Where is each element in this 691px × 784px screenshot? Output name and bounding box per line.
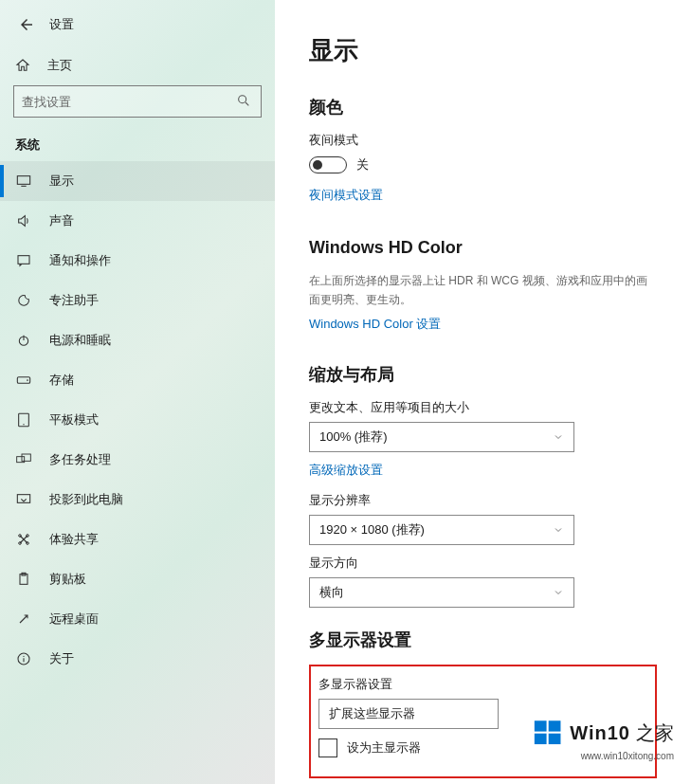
sidebar-item-display[interactable]: 显示 <box>0 161 275 201</box>
content-area: 显示 颜色 夜间模式 关 夜间模式设置 Windows HD Color 在上面… <box>275 0 691 784</box>
sound-icon <box>15 213 32 228</box>
home-link[interactable]: 主页 <box>0 49 275 83</box>
multitask-icon <box>15 453 32 466</box>
night-mode-toggle-row: 关 <box>309 156 657 173</box>
multi-display-value: 扩展这些显示器 <box>329 705 415 722</box>
sidebar-item-multitask[interactable]: 多任务处理 <box>0 440 275 480</box>
svg-point-10 <box>23 424 24 425</box>
night-mode-label: 夜间模式 <box>309 132 657 149</box>
svg-rect-26 <box>549 734 561 744</box>
home-label: 主页 <box>47 57 72 74</box>
sidebar-item-notifications[interactable]: 通知和操作 <box>0 241 275 281</box>
sidebar-item-label: 专注助手 <box>49 292 99 309</box>
sidebar-item-label: 声音 <box>49 212 74 229</box>
focus-icon <box>15 293 32 308</box>
sidebar-item-label: 剪贴板 <box>49 571 86 588</box>
power-icon <box>15 333 32 348</box>
scale-value: 100% (推荐) <box>319 428 388 446</box>
multi-display-dropdown[interactable]: 扩展这些显示器 <box>318 699 499 729</box>
svg-rect-25 <box>535 734 547 744</box>
sidebar-item-label: 平板模式 <box>49 411 99 428</box>
remote-icon <box>15 611 32 627</box>
svg-point-0 <box>239 96 246 103</box>
storage-icon <box>15 374 32 386</box>
svg-rect-23 <box>535 720 547 731</box>
sidebar-item-clipboard[interactable]: 剪贴板 <box>0 559 275 599</box>
category-label: 系统 <box>0 133 275 161</box>
night-mode-settings-link[interactable]: 夜间模式设置 <box>309 187 657 204</box>
resolution-value: 1920 × 1080 (推荐) <box>319 521 425 538</box>
display-icon <box>15 174 32 188</box>
svg-rect-12 <box>22 454 30 461</box>
color-heading: 颜色 <box>309 96 657 119</box>
page-title: 显示 <box>309 34 657 67</box>
sidebar-item-tablet[interactable]: 平板模式 <box>0 400 275 440</box>
back-arrow-icon <box>18 16 35 33</box>
resolution-dropdown[interactable]: 1920 × 1080 (推荐) <box>309 515 574 545</box>
scale-dropdown[interactable]: 100% (推荐) <box>309 422 574 452</box>
multi-label: 多显示器设置 <box>318 676 647 693</box>
sidebar-item-power[interactable]: 电源和睡眠 <box>0 320 275 360</box>
primary-display-checkbox[interactable] <box>318 738 337 757</box>
svg-point-22 <box>23 656 24 657</box>
svg-rect-24 <box>549 720 561 731</box>
sidebar-item-share[interactable]: 体验共享 <box>0 520 275 559</box>
sidebar-item-label: 多任务处理 <box>49 451 111 468</box>
night-mode-state: 关 <box>356 156 369 173</box>
notification-icon <box>15 253 32 268</box>
share-icon <box>15 532 32 547</box>
sidebar: 设置 主页 系统 显示 声音 通知和操作 专注助手 电源和睡眠 存储 平板 <box>0 0 275 784</box>
windows-icon <box>532 717 564 749</box>
sidebar-item-focus[interactable]: 专注助手 <box>0 281 275 320</box>
about-icon <box>15 651 32 666</box>
hdcolor-link[interactable]: Windows HD Color 设置 <box>309 316 657 333</box>
search-input[interactable] <box>22 95 236 109</box>
svg-rect-2 <box>17 176 29 185</box>
sidebar-item-label: 存储 <box>49 372 74 389</box>
night-mode-toggle[interactable] <box>309 156 347 173</box>
sidebar-item-project[interactable]: 投影到此电脑 <box>0 480 275 520</box>
adv-scale-link[interactable]: 高级缩放设置 <box>309 462 657 479</box>
search-box[interactable] <box>13 85 262 118</box>
topbar: 设置 <box>0 8 275 49</box>
back-button[interactable] <box>8 11 45 38</box>
chevron-down-icon <box>553 587 564 598</box>
sidebar-item-label: 远程桌面 <box>49 611 99 628</box>
tablet-icon <box>15 412 32 428</box>
sidebar-item-label: 关于 <box>49 650 74 667</box>
watermark-brand: Win10 <box>570 722 630 744</box>
clipboard-icon <box>15 572 32 587</box>
sidebar-item-storage[interactable]: 存储 <box>0 360 275 400</box>
scale-heading: 缩放与布局 <box>309 363 657 386</box>
svg-point-8 <box>27 379 28 381</box>
svg-line-1 <box>245 102 248 105</box>
chevron-down-icon <box>553 431 564 443</box>
home-icon <box>15 58 32 73</box>
sidebar-item-label: 电源和睡眠 <box>49 332 111 349</box>
sidebar-item-remote[interactable]: 远程桌面 <box>0 599 275 639</box>
multi-heading: 多显示器设置 <box>309 629 657 651</box>
resolution-label: 显示分辨率 <box>309 492 657 509</box>
watermark-suffix: 之家 <box>636 720 674 746</box>
sidebar-item-label: 通知和操作 <box>49 252 111 269</box>
sidebar-item-label: 显示 <box>49 173 74 190</box>
sidebar-item-about[interactable]: 关于 <box>0 639 275 679</box>
scale-label: 更改文本、应用等项目的大小 <box>309 399 657 416</box>
search-icon[interactable] <box>236 93 253 110</box>
sidebar-item-sound[interactable]: 声音 <box>0 201 275 241</box>
orientation-label: 显示方向 <box>309 555 657 572</box>
svg-rect-4 <box>18 256 29 264</box>
hdcolor-desc: 在上面所选择的显示器上让 HDR 和 WCG 视频、游戏和应用中的画面更明亮、更… <box>309 271 657 310</box>
chevron-down-icon <box>553 524 564 536</box>
primary-display-label: 设为主显示器 <box>347 739 421 757</box>
project-icon <box>15 493 32 506</box>
orientation-value: 横向 <box>319 584 344 601</box>
orientation-dropdown[interactable]: 横向 <box>309 577 574 608</box>
sidebar-item-label: 投影到此电脑 <box>49 491 123 508</box>
hdcolor-heading: Windows HD Color <box>309 238 657 258</box>
settings-title: 设置 <box>49 16 74 33</box>
watermark-url: www.win10xitong.com <box>532 751 674 761</box>
sidebar-item-label: 体验共享 <box>49 531 99 548</box>
watermark: Win10之家 www.win10xitong.com <box>532 717 674 761</box>
